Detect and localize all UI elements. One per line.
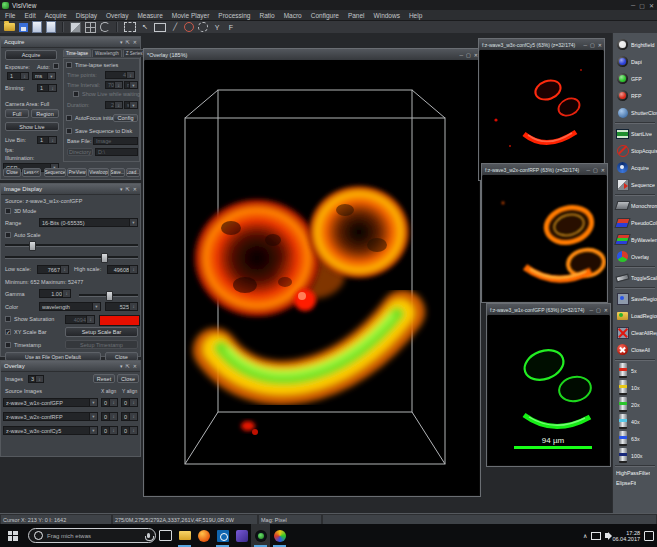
menu-macro[interactable]: Macro (284, 12, 302, 19)
tray-speaker-icon[interactable] (605, 533, 608, 538)
channel-image-cy5[interactable] (480, 50, 603, 179)
exposure-input[interactable]: 1↕ (7, 72, 29, 80)
sequence-button[interactable]: Sequence (44, 168, 66, 177)
panel-dropdown-icon[interactable]: ▾ (120, 186, 123, 192)
load-button[interactable]: Load... (126, 168, 140, 177)
select-region-icon[interactable] (124, 22, 136, 32)
maximize-icon[interactable]: ▢ (593, 167, 598, 173)
timestamp-checkbox[interactable] (5, 342, 11, 348)
page-alt-icon[interactable] (46, 21, 56, 33)
channel-window-gfp[interactable]: f:z-wave3_w1x-confGFP (63%) (z=32/174) ─… (486, 303, 611, 467)
panel-close-icon[interactable]: ✕ (133, 39, 137, 45)
close-icon[interactable]: ✕ (649, 2, 654, 9)
menu-configure[interactable]: Configure (311, 12, 339, 19)
time-lapse-series-checkbox[interactable] (66, 62, 72, 68)
taskbar-visiview[interactable] (251, 524, 270, 547)
tool-brightfield[interactable]: Brightfield (613, 36, 657, 53)
start-button-icon[interactable] (8, 531, 18, 541)
time-points-input[interactable]: 4↕ (105, 71, 135, 79)
maximize-icon[interactable]: ▢ (466, 52, 471, 58)
xy-scale-bar-checkbox[interactable]: ✓ (5, 329, 11, 335)
taskbar-app-purple[interactable] (232, 524, 251, 547)
tool-monochrome[interactable]: Monochrome (613, 197, 657, 214)
close-icon[interactable]: ✕ (604, 307, 608, 313)
range-select[interactable]: 16-Bits (0-65535)▾ (39, 218, 138, 227)
panel-dropdown-icon[interactable]: ▾ (120, 39, 123, 45)
tool-shutter-close[interactable]: ShutterClose (613, 104, 657, 121)
low-scale-input[interactable]: 7667↕ (37, 265, 69, 274)
tool-objective-10x[interactable]: 10x (613, 379, 657, 396)
tool-overlay[interactable]: Overlay (613, 248, 657, 265)
menu-edit[interactable]: Edit (24, 12, 35, 19)
tool-load-regions[interactable]: LoadRegions (613, 307, 657, 324)
tool-clear-all-regions[interactable]: ClearAllRegions (613, 324, 657, 341)
tray-chevron-icon[interactable]: ∧ (583, 532, 587, 539)
time-interval-unit-select[interactable]: ms▾ (124, 81, 138, 89)
tool-objective-100x[interactable]: 100x (613, 447, 657, 464)
binning-input[interactable]: 1↕ (37, 84, 57, 92)
exposure-unit-select[interactable]: ms▾ (32, 72, 56, 80)
menu-display[interactable]: Display (76, 12, 97, 19)
close-icon[interactable]: ✕ (598, 42, 602, 48)
pointer-icon[interactable]: ↖ (140, 22, 150, 32)
duration-unit-select[interactable]: sec▾ (124, 101, 138, 109)
tool-objective-5x[interactable]: 5x (613, 362, 657, 379)
tool-stop-acquisition[interactable]: StopAcquisition (613, 142, 657, 159)
minimize-icon[interactable]: ─ (460, 52, 464, 58)
panel-pin-icon[interactable]: ⇱ (126, 39, 130, 45)
taskbar-app-colorful[interactable] (270, 524, 289, 547)
tool-close-all[interactable]: CloseAll (613, 341, 657, 358)
tool-f-icon[interactable]: F (226, 22, 236, 32)
channel-image-rfp[interactable] (483, 175, 606, 301)
taskbar-outlook[interactable] (213, 524, 232, 547)
menu-windows[interactable]: Windows (374, 12, 400, 19)
low-scale-slider[interactable] (5, 244, 138, 247)
tool-objective-40x[interactable]: 40x (613, 413, 657, 430)
show-live-waiting-checkbox[interactable] (73, 91, 79, 97)
source-image-select-3[interactable]: z-wave3_w3x-confCy5▾ (3, 426, 98, 435)
acquire-button[interactable]: Acquire (5, 50, 57, 60)
auto-scale-checkbox[interactable] (5, 232, 11, 238)
high-scale-slider[interactable] (5, 256, 138, 259)
circle-tool-icon[interactable] (184, 22, 194, 32)
show-live-button[interactable]: Show Live (5, 122, 59, 131)
gamma-slider[interactable] (79, 294, 138, 297)
menu-measure[interactable]: Measure (137, 12, 162, 19)
tool-objective-63x[interactable]: 63x (613, 430, 657, 447)
show-saturation-checkbox[interactable] (5, 316, 11, 322)
grid-icon[interactable] (85, 22, 96, 33)
image-display-titlebar[interactable]: Image Display ▾ ⇱ ✕ (1, 184, 140, 195)
base-file-input[interactable]: Image (93, 137, 138, 145)
tool-dapi[interactable]: Dapi (613, 53, 657, 70)
3d-mode-checkbox[interactable] (5, 208, 11, 214)
tool-pseudocolor[interactable]: PseudoColor (613, 214, 657, 231)
source-image-select-2[interactable]: z-wave3_w2x-confRFP▾ (3, 412, 98, 421)
live-bin-input[interactable]: 1↕ (37, 136, 57, 144)
y-align-input-1[interactable]: 0↕ (121, 398, 138, 407)
low-scale-slider-thumb[interactable] (29, 241, 36, 251)
taskbar-task-view[interactable] (156, 524, 175, 547)
reset-button[interactable]: Reset (93, 374, 115, 383)
tool-highpass-filter[interactable]: HighPassFilter (613, 468, 657, 478)
menu-panel[interactable]: Panel (348, 12, 365, 19)
taskbar-clock[interactable]: 17:28 06.04.2017 (612, 530, 640, 542)
minimize-icon[interactable]: ─ (587, 167, 591, 173)
tool-gfp[interactable]: GFP (613, 70, 657, 87)
menu-overlay[interactable]: Overlay (106, 12, 128, 19)
maximize-icon[interactable]: ▢ (590, 42, 595, 48)
tool-start-live[interactable]: StartLive (613, 125, 657, 142)
channel-window-rfp[interactable]: f:z-wave3_w2x-confRFP (63%) (z=32/174) ─… (481, 163, 608, 303)
duration-input[interactable]: 2↕ (105, 101, 123, 109)
directory-button[interactable]: Directory (67, 148, 93, 156)
acquire-panel-titlebar[interactable]: Acquire ▾ ⇱ ✕ (1, 37, 140, 48)
tool-save-regions[interactable]: SaveRegions (613, 290, 657, 307)
panel-pin-icon[interactable]: ⇱ (126, 363, 130, 369)
channel-window-cy5[interactable]: f:z-wave3_w3x-confCy5 (63%) (z=32/174) ─… (478, 38, 605, 181)
less-button[interactable]: Less<< (22, 168, 41, 177)
minimize-icon[interactable]: ─ (590, 307, 594, 313)
gamma-slider-thumb[interactable] (106, 291, 113, 301)
menu-help[interactable]: Help (409, 12, 422, 19)
overlay-close-button[interactable]: Close (117, 374, 139, 383)
setup-timestamp-button[interactable]: Setup Timestamp (65, 340, 138, 349)
menu-file[interactable]: File (5, 12, 15, 19)
